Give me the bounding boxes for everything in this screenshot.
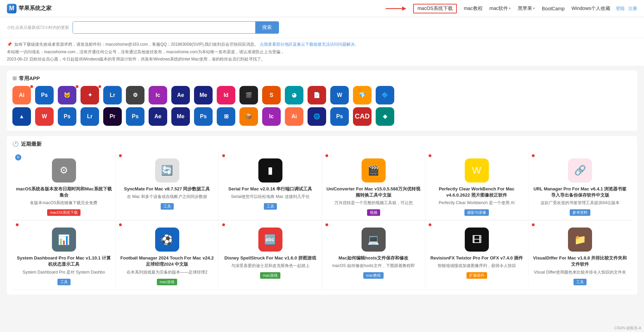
- search-button[interactable]: 搜索: [255, 22, 279, 33]
- app-icon-7[interactable]: Ae: [171, 86, 191, 104]
- nav-hackintosh[interactable]: 黑苹果 ▾: [518, 5, 535, 12]
- app-icon-9[interactable]: Id: [217, 86, 237, 104]
- app-icon-10[interactable]: 📦: [239, 107, 259, 126]
- app-icon-0[interactable]: ▲: [12, 107, 32, 126]
- app-icon-12[interactable]: Ai: [285, 107, 305, 126]
- recent-item[interactable]: 📊System Dashboard Pro For Mac v1.10.1 计算…: [12, 221, 116, 289]
- recent-item-title: Serial For Mac v2.0.16 串行端口调试工具: [222, 186, 318, 192]
- recent-item-title: Mac如何编辑hosts文件保存和修改: [325, 255, 421, 261]
- tag-area: 工具: [119, 202, 215, 210]
- app-icon-10[interactable]: 🎬: [239, 86, 259, 104]
- category-tag[interactable]: 工具: [57, 279, 71, 285]
- app-icon-6[interactable]: Ic: [149, 86, 169, 104]
- tag-area: 工具: [16, 277, 112, 285]
- recent-item[interactable]: ⚽Football Manager 2024 Touch For Mac v24…: [116, 221, 219, 289]
- category-tag[interactable]: 扩展插件: [466, 272, 487, 279]
- app-icon-8[interactable]: Me: [194, 86, 214, 104]
- logo[interactable]: M 苹果系统之家: [7, 4, 52, 13]
- login-link[interactable]: 登陆: [616, 5, 625, 12]
- search-hint: 小红点表示最新或72小时内的更新: [7, 25, 69, 31]
- red-dot-recent: [532, 223, 535, 226]
- app-icon-5[interactable]: ⚙: [126, 86, 146, 104]
- app-icon-11[interactable]: Ic: [262, 107, 282, 126]
- app-icon-11[interactable]: S: [262, 86, 282, 104]
- recent-item[interactable]: 📁VisualDiffer For Mac v1.8.8 并排比较文件夹和文件软…: [528, 221, 632, 289]
- category-tag[interactable]: 视频: [367, 209, 380, 216]
- app-icon-7[interactable]: Me: [171, 107, 191, 126]
- recent-item[interactable]: ▮Serial For Mac v2.0.16 串行端口调试工具Serial使您…: [219, 152, 322, 220]
- recent-item[interactable]: 🎬UniConverter For Mac v15.0.5.588万兴优转视频转…: [322, 152, 425, 220]
- nav-mac-tutorial[interactable]: mac教程: [464, 5, 482, 12]
- app-icon-16[interactable]: ◈: [376, 107, 396, 126]
- category-tag[interactable]: mac游戏: [157, 279, 177, 285]
- app-icon-14[interactable]: Ps: [330, 107, 350, 126]
- header: M 苹果系统之家 macOS系统下载 mac教程 mac软件 ▾ 黑苹果 ▾ B…: [0, 0, 644, 17]
- app-icon-4[interactable]: Lr: [103, 86, 123, 104]
- category-tag[interactable]: mac教程: [363, 272, 384, 279]
- recent-item[interactable]: 💻Mac如何编辑hosts文件保存和修改macOS 如何修改hosts文件，下图…: [322, 221, 425, 289]
- recent-item[interactable]: 🎞RevisionFX Twixtor Pro For OFX v7.4.0 插…: [425, 221, 528, 289]
- app-icon-3[interactable]: Lr: [80, 107, 100, 126]
- recent-item-icon: 📁: [568, 228, 592, 252]
- category-tag[interactable]: 工具: [161, 203, 174, 210]
- recent-item[interactable]: 🔄SyncMate For Mac v8.7.527 同步数据工具在 Mac 和…: [116, 152, 219, 220]
- app-icon-2[interactable]: Ps: [58, 107, 78, 126]
- category-tag[interactable]: 工具: [573, 279, 587, 285]
- app-icon-0[interactable]: Ai: [12, 86, 32, 104]
- category-tag[interactable]: macOS系统下载: [47, 209, 80, 216]
- tag-area: 扩展插件: [429, 271, 525, 279]
- notice-link-1[interactable]: 点我查看部分地区蓝奏云下载链接无法访问问题解决。: [260, 42, 359, 47]
- register-link[interactable]: 注册: [628, 5, 637, 12]
- recent-item-title: Perfectly Clear WorkBench For Mac v4.6.0…: [429, 186, 525, 198]
- app-icon-inner: Pr: [103, 107, 122, 126]
- app-icon-inner: ◕: [285, 86, 303, 104]
- category-tag[interactable]: mac游戏: [260, 272, 280, 279]
- recent-item-desc: 智能地域慢或加速图像序列，获得令人惊叹: [429, 263, 525, 269]
- category-tag[interactable]: 参考资料: [570, 209, 590, 216]
- app-icon-5[interactable]: Ps: [126, 107, 146, 126]
- app-icon-16[interactable]: 🔷: [376, 86, 396, 104]
- app-icon-14[interactable]: W: [330, 86, 350, 104]
- tag-area: mac游戏: [119, 277, 215, 285]
- common-apps-section: ⊞ 常用APP AiPs🐱✦Lr⚙IcAeMeId🎬S◕📄W💎🔷 ▲WPsLrP…: [7, 70, 637, 131]
- nav-macos-download[interactable]: macOS系统下载: [413, 4, 457, 13]
- app-icon-1[interactable]: W: [35, 107, 55, 126]
- nav-windows-personal[interactable]: Windows个人收藏: [571, 5, 610, 12]
- recent-item-desc: macOS 如何修改hosts文件，下图跟着教程即: [325, 263, 421, 269]
- recent-item-icon: 🔤: [258, 228, 282, 252]
- recent-item[interactable]: WPerfectly Clear WorkBench For Mac v4.6.…: [425, 152, 528, 220]
- tag-area: 视频: [325, 208, 421, 216]
- recent-item-desc: 在 Mac 和多个设备或在线帐户之间同步数据: [119, 193, 215, 200]
- search-input[interactable]: [73, 22, 255, 33]
- notice-line-3: 2023-06-22 启粉丝会员心愿，今日起提供Windwos版本的常用设计软件…: [7, 56, 637, 63]
- app-icon-13[interactable]: 🌐: [308, 107, 328, 126]
- nav-bootcamp[interactable]: BootCamp: [542, 6, 565, 11]
- app-icon-4[interactable]: Pr: [103, 107, 123, 126]
- app-icon-3[interactable]: ✦: [80, 86, 100, 104]
- app-icon-inner: W: [35, 107, 54, 126]
- app-icon-6[interactable]: Ae: [149, 107, 169, 126]
- category-tag[interactable]: 摄影与录像: [464, 209, 489, 216]
- app-icon-8[interactable]: Ps: [194, 107, 214, 126]
- category-tag[interactable]: 工具: [264, 203, 277, 210]
- app-icon-9[interactable]: ⊞: [217, 107, 237, 126]
- tag-area: mac游戏: [222, 271, 318, 279]
- app-icon-inner: ▲: [12, 107, 31, 126]
- app-icon-12[interactable]: ◕: [285, 86, 305, 104]
- recent-item-icon: ⚙: [52, 158, 76, 182]
- tag-area: mac教程: [325, 271, 421, 279]
- app-icon-inner: Ps: [58, 107, 76, 126]
- nav-mac-software[interactable]: mac软件 ▾: [490, 5, 511, 12]
- app-icon-15[interactable]: CAD: [353, 107, 373, 126]
- recent-item-icon: 🔄: [155, 158, 179, 182]
- app-icon-2[interactable]: 🐱: [58, 86, 78, 104]
- recent-item-desc: 与深受喜爱的迪士尼和皮克斯角色一起踏上: [222, 263, 318, 269]
- recent-item-desc: Visual Differ使用颜色来比较并排令人惊叹的文件夹: [532, 269, 628, 275]
- recent-item[interactable]: 🔤Disney SpellStruck For Mac v1.6.0 拼图游戏与…: [219, 221, 322, 289]
- recent-item[interactable]: 🔗URL Manager Pro For Mac v6.4.1 浏览器书签导入导…: [528, 152, 632, 220]
- recent-item[interactable]: ↻⚙macOS系统各版本发布日期时间和Mac系统下载集合各版本macOS系统镜像…: [12, 152, 116, 220]
- app-icon-1[interactable]: Ps: [35, 86, 55, 104]
- app-icon-15[interactable]: 💎: [353, 86, 373, 104]
- tag-area: 工具: [222, 202, 318, 210]
- app-icon-13[interactable]: 📄: [308, 86, 328, 104]
